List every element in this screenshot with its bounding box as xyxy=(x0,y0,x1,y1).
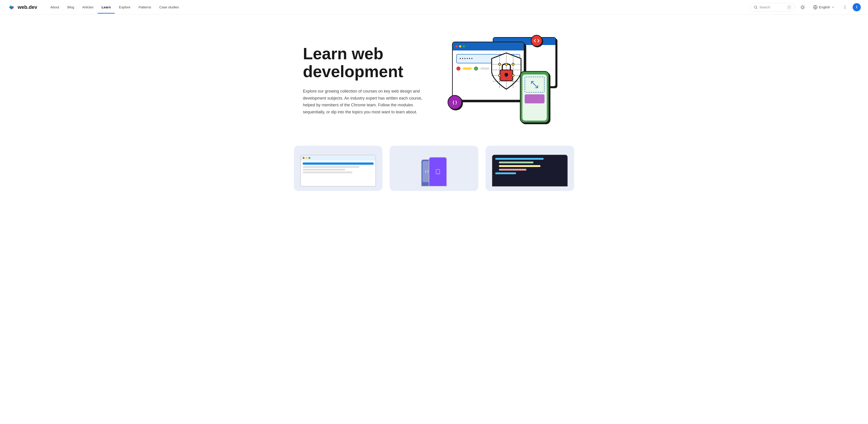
browser-dot-red xyxy=(456,45,458,48)
svg-point-2 xyxy=(802,6,804,8)
card-gray-bar-3 xyxy=(303,171,352,173)
course-card-3[interactable] xyxy=(486,146,574,191)
course-card-1[interactable] xyxy=(294,146,382,191)
search-box[interactable]: Search / xyxy=(750,3,795,11)
hero-illustration: •••••• ✕ ✓ xyxy=(434,33,565,128)
more-options-button[interactable] xyxy=(841,3,849,11)
nav-explore[interactable]: Explore xyxy=(115,1,134,13)
hero-description: Explore our growing collection of course… xyxy=(303,88,434,115)
code-line-5 xyxy=(495,172,516,174)
illustration-wrapper: •••••• ✕ ✓ xyxy=(443,37,556,123)
phone-resize-box xyxy=(525,77,545,92)
card-2-image xyxy=(390,146,478,187)
card-mock-browser xyxy=(301,155,376,187)
card-mock-code xyxy=(492,155,567,187)
logo-icon xyxy=(7,3,16,11)
nav-learn[interactable]: Learn xyxy=(97,1,115,13)
globe-icon xyxy=(813,5,817,9)
shield-svg xyxy=(488,51,524,91)
hero-content: Learn web development Explore our growin… xyxy=(303,45,434,116)
svg-point-19 xyxy=(512,63,514,65)
card-3-image xyxy=(486,146,574,187)
svg-point-21 xyxy=(512,75,514,77)
svg-point-18 xyxy=(505,63,507,65)
svg-point-5 xyxy=(844,7,845,7)
card-gray-bar-2 xyxy=(303,169,345,171)
card-1-image xyxy=(294,146,382,187)
nav-case-studies[interactable]: Case studies xyxy=(155,1,183,13)
code-line-1 xyxy=(495,158,544,160)
svg-line-22 xyxy=(531,81,538,88)
browser-dot-yellow xyxy=(459,45,461,48)
ctrl-yellow xyxy=(463,67,472,70)
sun-icon xyxy=(800,5,805,10)
code-braces-button-illustration: { } xyxy=(447,95,462,110)
card-dot-g xyxy=(309,157,310,159)
user-avatar[interactable]: I xyxy=(852,3,861,11)
phone-code-icon xyxy=(425,169,429,174)
nav-right: Search / English xyxy=(750,3,861,11)
svg-rect-16 xyxy=(506,75,507,77)
svg-point-4 xyxy=(844,5,845,6)
resize-arrow-icon xyxy=(530,81,539,89)
search-shortcut: / xyxy=(787,5,791,9)
language-label: English xyxy=(819,5,830,9)
ctrl-line xyxy=(480,67,489,70)
language-button[interactable]: English xyxy=(810,3,837,11)
nav-about[interactable]: About xyxy=(46,1,63,13)
theme-toggle-button[interactable] xyxy=(799,3,807,11)
code-line-3 xyxy=(499,165,540,167)
hero-section: Learn web development Explore our growin… xyxy=(276,15,592,146)
hero-title: Learn web development xyxy=(303,45,434,81)
search-label: Search xyxy=(760,5,785,9)
code-line-4 xyxy=(499,169,526,171)
shield-illustration xyxy=(488,51,524,91)
svg-point-6 xyxy=(844,8,845,9)
logo-text: web.dev xyxy=(18,4,37,10)
svg-point-17 xyxy=(498,63,501,65)
search-icon xyxy=(754,5,758,9)
red-code-button-illustration xyxy=(531,35,542,47)
phone-purple-box xyxy=(525,94,545,104)
card-dot-r xyxy=(303,157,305,159)
ctrl-check: ✓ xyxy=(474,66,478,70)
nav-links: About Blog Articles Learn Explore Patter… xyxy=(46,1,750,13)
code-line-2 xyxy=(499,162,533,163)
browser-dot-green xyxy=(463,45,465,48)
card-mock-browser-bar xyxy=(301,155,375,161)
phone-illustration xyxy=(520,71,549,123)
svg-point-20 xyxy=(498,75,501,77)
nav-blog[interactable]: Blog xyxy=(63,1,78,13)
card-blue-bar xyxy=(303,163,373,165)
phone-icon-2 xyxy=(435,169,440,174)
svg-point-24 xyxy=(438,173,438,173)
password-dots: •••••• xyxy=(460,56,473,61)
nav-patterns[interactable]: Patterns xyxy=(134,1,155,13)
card-dot-y xyxy=(306,157,307,159)
code-arrow-icon xyxy=(534,39,539,43)
logo-link[interactable]: web.dev xyxy=(7,3,37,11)
card-mock-content xyxy=(301,161,375,176)
chevron-down-icon xyxy=(831,6,835,9)
code-braces-symbol: { } xyxy=(453,100,457,105)
nav-articles[interactable]: Articles xyxy=(78,1,97,13)
course-card-2[interactable] xyxy=(390,146,478,191)
card-gray-bar-1 xyxy=(303,166,360,168)
cards-section xyxy=(276,146,592,200)
ctrl-red xyxy=(456,66,460,70)
phone-screen xyxy=(522,75,547,121)
card-mock-phone-2 xyxy=(429,157,447,187)
main-nav: web.dev About Blog Articles Learn Explor… xyxy=(0,0,868,15)
browser-bar xyxy=(453,42,524,51)
vertical-dots-icon xyxy=(843,5,847,9)
